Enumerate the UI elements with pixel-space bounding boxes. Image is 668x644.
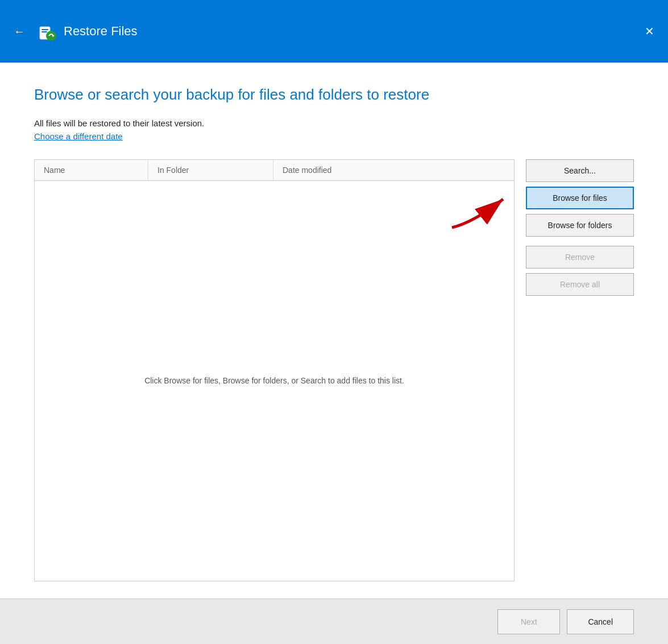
choose-date-link[interactable]: Choose a different date	[34, 131, 634, 141]
next-button[interactable]: Next	[497, 609, 560, 634]
info-text: All files will be restored to their late…	[34, 118, 634, 128]
svg-rect-2	[42, 31, 47, 32]
main-content: Browse or search your backup for files a…	[0, 63, 668, 598]
restore-files-icon	[36, 21, 57, 42]
buttons-panel: Search... Browse for files Browse for fo…	[526, 159, 634, 296]
svg-rect-1	[42, 29, 48, 30]
back-button[interactable]: ←	[9, 23, 30, 40]
buttons-area: Search... Browse for files Browse for fo…	[526, 159, 634, 581]
cancel-button[interactable]: Cancel	[567, 609, 634, 634]
col-header-folder: In Folder	[148, 160, 273, 180]
page-heading: Browse or search your backup for files a…	[34, 85, 634, 105]
browse-files-button[interactable]: Browse for files	[526, 187, 634, 209]
file-list-container: Name In Folder Date modified Click Brows…	[34, 159, 515, 581]
close-button[interactable]: ✕	[640, 23, 659, 39]
content-area: Name In Folder Date modified Click Brows…	[34, 159, 634, 581]
remove-button[interactable]: Remove	[526, 246, 634, 269]
title-bar-left: ← Restore Files	[9, 21, 138, 42]
search-button[interactable]: Search...	[526, 159, 634, 182]
col-header-name: Name	[35, 160, 148, 180]
title-bar: ← Restore Files ✕	[0, 0, 668, 63]
footer-bar: Next Cancel	[0, 598, 668, 644]
browse-folders-button[interactable]: Browse for folders	[526, 214, 634, 237]
window-title: Restore Files	[64, 24, 138, 39]
table-body: Click Browse for files, Browse for folde…	[35, 181, 514, 581]
remove-all-button[interactable]: Remove all	[526, 273, 634, 296]
table-header: Name In Folder Date modified	[35, 160, 514, 181]
svg-point-3	[46, 31, 56, 41]
col-header-date: Date modified	[273, 160, 514, 180]
empty-list-message: Click Browse for files, Browse for folde…	[133, 365, 416, 397]
